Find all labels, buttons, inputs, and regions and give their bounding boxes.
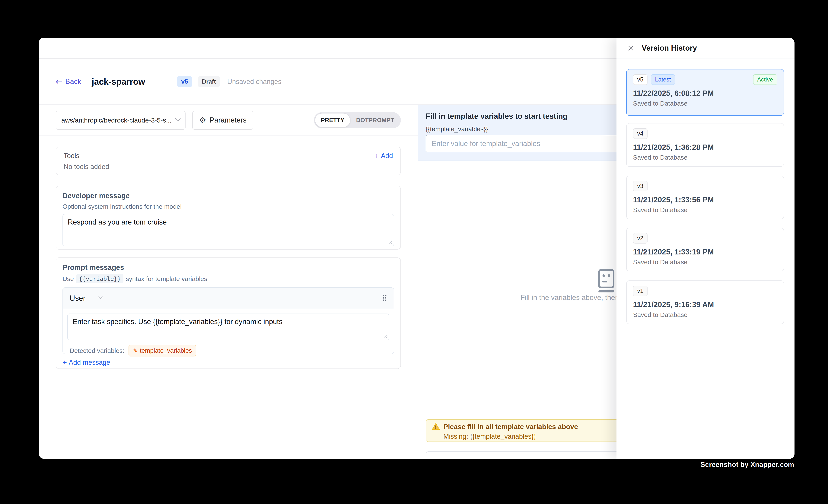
chevron-down-icon bbox=[98, 296, 103, 300]
message-header: User bbox=[63, 288, 394, 309]
chevron-down-icon bbox=[175, 118, 181, 123]
close-icon[interactable] bbox=[627, 44, 634, 52]
back-label: Back bbox=[65, 78, 81, 86]
version-card-v4[interactable]: v4 11/21/2025, 1:36:28 PM Saved to Datab… bbox=[626, 123, 784, 167]
version-timestamp: 11/21/2025, 9:16:39 AM bbox=[633, 300, 777, 309]
unsaved-changes-label: Unsaved changes bbox=[227, 78, 281, 86]
plus-icon: + bbox=[375, 152, 379, 160]
resize-handle-icon[interactable] bbox=[388, 240, 392, 245]
add-message-label: Add message bbox=[69, 359, 110, 367]
toggle-dotprompt[interactable]: DOTPROMPT bbox=[350, 113, 400, 127]
developer-message-card: Developer message Optional system instru… bbox=[56, 186, 401, 250]
plus-icon: + bbox=[63, 359, 67, 366]
version-timestamp: 11/21/2025, 1:36:28 PM bbox=[633, 143, 777, 152]
variable-syntax-chip: {{variable}} bbox=[76, 274, 123, 283]
tools-empty-text: No tools added bbox=[64, 163, 393, 171]
version-timestamp: 11/22/2025, 6:08:12 PM bbox=[633, 89, 777, 97]
screenshot-credit: Screenshot by Xnapper.com bbox=[700, 461, 794, 469]
app-window: ← Back jack-sparrow v5 Draft Unsaved cha… bbox=[39, 38, 794, 459]
hint-prefix: Use bbox=[63, 275, 74, 283]
prompt-messages-hint: Use {{variable}} syntax for template var… bbox=[63, 274, 394, 283]
parameters-label: Parameters bbox=[210, 116, 247, 124]
editor-column: aws/anthropic/bedrock-claude-3-5-s... ⚙ … bbox=[39, 105, 418, 459]
version-number-badge: v2 bbox=[633, 233, 648, 244]
parameters-button[interactable]: ⚙ Parameters bbox=[192, 111, 253, 130]
warning-icon bbox=[432, 423, 440, 431]
version-history-header: Version History bbox=[617, 38, 794, 59]
drag-handle-icon[interactable] bbox=[382, 295, 387, 302]
version-saved-label: Saved to Database bbox=[633, 100, 777, 107]
toggle-pretty[interactable]: PRETTY bbox=[315, 113, 350, 127]
resize-handle-icon[interactable] bbox=[383, 334, 388, 339]
version-saved-label: Saved to Database bbox=[633, 311, 777, 319]
version-card-v2[interactable]: v2 11/21/2025, 1:33:19 PM Saved to Datab… bbox=[626, 228, 784, 271]
prompt-messages-card: Prompt messages Use {{variable}} syntax … bbox=[56, 257, 401, 369]
screenshot-stage: ← Back jack-sparrow v5 Draft Unsaved cha… bbox=[0, 0, 828, 504]
developer-message-label: Developer message bbox=[63, 192, 394, 200]
back-button[interactable]: ← Back bbox=[56, 78, 81, 86]
latest-badge: Latest bbox=[651, 74, 675, 85]
role-selector[interactable]: User bbox=[70, 294, 103, 302]
draft-badge: Draft bbox=[198, 76, 220, 87]
version-history-title: Version History bbox=[642, 44, 697, 52]
version-timestamp: 11/21/2025, 1:33:56 PM bbox=[633, 196, 777, 204]
prompt-messages-label: Prompt messages bbox=[63, 263, 394, 271]
detected-variables-label: Detected variables: bbox=[70, 347, 124, 354]
role-label: User bbox=[70, 294, 85, 302]
hint-suffix: syntax for template variables bbox=[126, 275, 207, 283]
developer-message-input[interactable]: Respond as you are tom cruise bbox=[63, 214, 394, 246]
back-arrow-icon: ← bbox=[56, 78, 63, 86]
version-card-v1[interactable]: v1 11/21/2025, 9:16:39 AM Saved to Datab… bbox=[626, 281, 784, 324]
tools-label: Tools bbox=[64, 152, 79, 160]
format-toggle: PRETTY DOTPROMPT bbox=[314, 112, 401, 128]
version-history-panel: Version History v5 Latest Active 11/22/2… bbox=[617, 38, 794, 459]
template-variable-chip[interactable]: ✎ template_variables bbox=[128, 345, 196, 356]
version-number-badge: v3 bbox=[633, 181, 648, 192]
model-selector[interactable]: aws/anthropic/bedrock-claude-3-5-s... bbox=[56, 111, 185, 130]
version-number-badge: v5 bbox=[633, 74, 648, 85]
version-list: v5 Latest Active 11/22/2025, 6:08:12 PM … bbox=[626, 69, 784, 324]
add-tool-button[interactable]: + Add bbox=[375, 152, 393, 160]
add-message-button[interactable]: + Add message bbox=[63, 359, 110, 367]
model-selector-value: aws/anthropic/bedrock-claude-3-5-s... bbox=[61, 117, 175, 124]
pencil-icon: ✎ bbox=[133, 347, 137, 354]
detected-variables-row: Detected variables: ✎ template_variables bbox=[67, 345, 389, 356]
message-input[interactable]: Enter task specifics. Use {{template_var… bbox=[67, 313, 389, 340]
developer-message-hint: Optional system instructions for the mod… bbox=[63, 203, 394, 210]
version-timestamp: 11/21/2025, 1:33:19 PM bbox=[633, 248, 777, 256]
add-tool-label: Add bbox=[381, 152, 393, 160]
tools-card: Tools + Add No tools added bbox=[56, 146, 401, 175]
version-badge: v5 bbox=[177, 76, 192, 87]
message-body: Enter task specifics. Use {{template_var… bbox=[63, 313, 394, 356]
version-number-badge: v4 bbox=[633, 128, 648, 139]
gear-icon: ⚙ bbox=[199, 116, 206, 125]
version-saved-label: Saved to Database bbox=[633, 258, 777, 266]
editor-cards: Tools + Add No tools added Developer mes… bbox=[39, 136, 418, 369]
version-number-badge: v1 bbox=[633, 286, 648, 296]
active-status-badge: Active bbox=[753, 74, 777, 85]
editor-toolbar: aws/anthropic/bedrock-claude-3-5-s... ⚙ … bbox=[39, 105, 418, 136]
version-card-v5[interactable]: v5 Latest Active 11/22/2025, 6:08:12 PM … bbox=[626, 69, 784, 116]
page-title: jack-sparrow bbox=[92, 77, 145, 87]
warning-title: Please fill in all template variables ab… bbox=[443, 423, 578, 431]
version-saved-label: Saved to Database bbox=[633, 206, 777, 214]
version-saved-label: Saved to Database bbox=[633, 154, 777, 161]
message-block: User bbox=[63, 287, 394, 354]
template-variable-name: template_variables bbox=[140, 347, 192, 354]
version-card-v3[interactable]: v3 11/21/2025, 1:33:56 PM Saved to Datab… bbox=[626, 176, 784, 219]
